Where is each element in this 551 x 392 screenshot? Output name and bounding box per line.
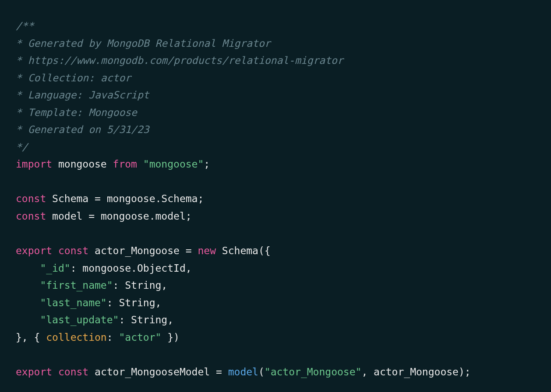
ident-actor-mongoose: actor_Mongoose [88, 245, 186, 256]
kw-const: const [58, 366, 88, 378]
kw-export: export [16, 245, 52, 256]
fn-model: model [228, 366, 258, 378]
indent [16, 314, 40, 326]
prop-collection: collection [46, 332, 106, 343]
kw-new: new [198, 245, 216, 256]
val-last-name: : String, [107, 297, 162, 308]
comment-close: */ [16, 141, 28, 153]
code-block: /** * Generated by MongoDB Relational Mi… [16, 18, 535, 381]
kw-export: export [16, 366, 52, 378]
indent [16, 280, 40, 291]
comment-line-3: * Collection: actor [16, 72, 131, 84]
kw-const: const [16, 210, 46, 222]
colon: : [107, 332, 119, 343]
val-id: : mongoose.ObjectId, [71, 262, 192, 274]
kw-import: import [16, 158, 52, 170]
end-options: }) [161, 332, 180, 343]
str-actor-mongoose: "actor_Mongoose" [265, 366, 362, 378]
arg-rest: , actor_Mongoose); [361, 366, 470, 378]
mongoose-model: mongoose.model [101, 210, 186, 222]
equals: = [216, 366, 228, 378]
equals: = [95, 193, 107, 204]
space [52, 245, 58, 256]
ident-schema: Schema [46, 193, 95, 204]
mongoose-schema: mongoose.Schema [107, 193, 198, 204]
comment-line-4: * Language: JavaScript [16, 89, 149, 101]
indent [16, 262, 40, 274]
val-first-name: : String, [113, 280, 168, 291]
str-mongoose: "mongoose" [143, 158, 204, 170]
ident-model: model [46, 210, 88, 222]
equals: = [88, 210, 101, 222]
comment-line-2: * https://www.mongodb.com/products/relat… [16, 55, 343, 66]
comment-line-1: * Generated by MongoDB Relational Migrat… [16, 38, 271, 49]
key-id: "_id" [40, 262, 70, 274]
schema-call: Schema({ [216, 245, 271, 256]
indent [16, 297, 40, 308]
key-last-name: "last_name" [40, 297, 106, 308]
ident-actor-model: actor_MongooseModel [88, 366, 216, 378]
semicolon: ; [186, 210, 192, 222]
comment-line-6: * Generated on 5/31/23 [16, 124, 149, 135]
key-last-update: "last_update" [40, 314, 119, 326]
brace-close: }, { [16, 332, 46, 343]
kw-from: from [113, 158, 137, 170]
semicolon: ; [198, 193, 204, 204]
val-last-update: : String, [119, 314, 173, 326]
kw-const: const [58, 245, 88, 256]
space [52, 366, 58, 378]
ident-mongoose: mongoose [52, 158, 113, 170]
space [137, 158, 143, 170]
key-first-name: "first_name" [40, 280, 113, 291]
comment-line-5: * Template: Mongoose [16, 107, 137, 118]
semicolon: ; [204, 158, 210, 170]
comment-open: /** [16, 20, 34, 32]
paren-open: ( [258, 366, 265, 378]
equals: = [186, 245, 198, 256]
kw-const: const [16, 193, 46, 204]
str-actor: "actor" [119, 332, 161, 343]
